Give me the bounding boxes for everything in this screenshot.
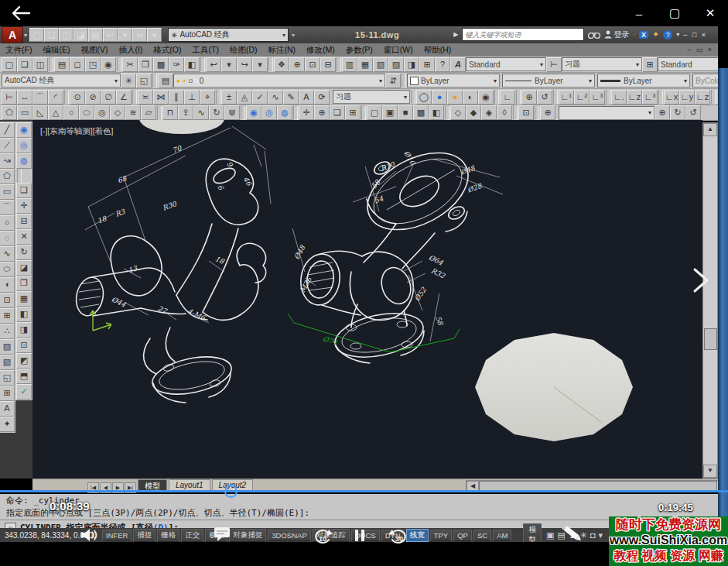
ucs-y-icon[interactable]: ∟y bbox=[679, 90, 695, 105]
help-caret-icon[interactable]: ▾ bbox=[676, 31, 679, 38]
wedge-icon[interactable]: ◺ bbox=[32, 105, 48, 120]
ellipse-arc-icon[interactable]: ◖ bbox=[0, 277, 15, 293]
shell-icon[interactable]: ⬒ bbox=[16, 369, 32, 384]
lock-icon[interactable]: ◘ bbox=[590, 530, 596, 540]
toggle-捕捉[interactable]: 捕捉 bbox=[133, 529, 156, 542]
polygon-icon[interactable]: ⬠ bbox=[0, 169, 15, 184]
ucs-view-icon[interactable]: ∟³ bbox=[590, 90, 605, 105]
dim-update-icon[interactable]: ⟳ bbox=[314, 90, 330, 105]
vertical-scroll-thumb[interactable] bbox=[704, 328, 717, 350]
workspaces-combo[interactable]: AutoCAD 经典 bbox=[2, 74, 121, 87]
menu-item-7[interactable]: 标注(N) bbox=[263, 45, 302, 56]
transmit-icon[interactable]: ◉ bbox=[101, 57, 116, 72]
toggle-infer[interactable]: INFER bbox=[102, 530, 132, 541]
revolve-icon[interactable]: ↻ bbox=[209, 105, 224, 120]
subtitle-bubble-icon[interactable] bbox=[214, 527, 231, 542]
loft-icon[interactable]: ⋓ bbox=[224, 105, 240, 120]
dim-text-edit-icon[interactable]: A bbox=[299, 90, 314, 105]
3darray-icon[interactable]: ⊞ bbox=[345, 105, 361, 120]
toggle-am[interactable]: AM bbox=[493, 530, 511, 541]
toggle-tpy[interactable]: TPY bbox=[430, 530, 452, 541]
redo-icon[interactable]: ↪ bbox=[132, 28, 147, 42]
properties-icon[interactable]: ▥ bbox=[342, 57, 357, 72]
linetype-combo[interactable]: ByLayer bbox=[502, 74, 595, 87]
plane-icon[interactable]: ▱ bbox=[141, 105, 156, 120]
layout-quickview-icon[interactable]: ▣ bbox=[546, 530, 554, 540]
menu-item-0[interactable]: 文件(F) bbox=[0, 45, 37, 56]
help-icon[interactable]: ? bbox=[663, 30, 672, 39]
color-combo[interactable]: ByLayer bbox=[407, 74, 500, 87]
zoom-previous-icon[interactable]: ⊟ bbox=[320, 57, 336, 72]
intersect-icon[interactable]: ◍ bbox=[277, 105, 292, 120]
layer-combo[interactable]: ● ☀ ◘ □ 0 bbox=[173, 74, 385, 87]
paste-icon[interactable]: ▩ bbox=[153, 57, 169, 72]
ucs-object-icon[interactable]: ∟² bbox=[574, 90, 590, 105]
close-button[interactable]: ✕ bbox=[692, 6, 728, 20]
3dmove-icon[interactable]: ✛ bbox=[299, 105, 314, 120]
workspace-save-icon[interactable]: ◱ bbox=[136, 74, 152, 88]
zoom-realtime-icon[interactable]: ⊕ bbox=[289, 57, 305, 72]
rotate-faces-icon[interactable]: ↻ bbox=[16, 245, 32, 260]
video-progress-bar[interactable] bbox=[0, 490, 728, 492]
redo-caret-icon[interactable]: ▾ bbox=[147, 28, 162, 42]
designcenter-icon[interactable]: ▦ bbox=[357, 57, 373, 72]
search-expand-icon[interactable]: ▶ bbox=[453, 31, 458, 38]
vs-edges-icon[interactable]: ◆ bbox=[466, 105, 481, 120]
help-icon[interactable]: ? bbox=[435, 57, 450, 72]
save-icon[interactable]: ◫ bbox=[59, 28, 73, 42]
redo-caret-icon[interactable]: ▾ bbox=[252, 57, 268, 72]
vs-hidden-icon[interactable]: ■ bbox=[398, 105, 413, 120]
maximize-button[interactable]: ▢ bbox=[657, 6, 692, 20]
undo-caret-icon[interactable]: ▾ bbox=[221, 57, 237, 72]
dim-linear-icon[interactable]: ⊢ bbox=[2, 90, 17, 105]
drawing-canvas[interactable]: [-][东南等轴测][着色] 706818R3R3069461813Ø44274… bbox=[32, 120, 702, 479]
vs-gray-icon[interactable]: ◈ bbox=[481, 105, 497, 120]
dim-continue-icon[interactable]: ∥ bbox=[169, 90, 184, 105]
mtext-icon[interactable]: A bbox=[0, 401, 15, 417]
dim-baseline-icon[interactable]: ⋈ bbox=[153, 90, 169, 105]
render-icon[interactable]: ● bbox=[432, 90, 447, 105]
named-views-icon[interactable]: ⊕ bbox=[540, 105, 555, 120]
3dalign-icon[interactable]: ❏ bbox=[330, 105, 345, 120]
new-icon[interactable]: ▢ bbox=[2, 57, 17, 72]
app-window-controls[interactable]: – □ × bbox=[683, 31, 707, 39]
layer-states-icon[interactable]: ⇵ bbox=[385, 74, 401, 88]
back-arrow-icon[interactable] bbox=[11, 4, 31, 22]
toggle-线宽[interactable]: 线宽 bbox=[406, 529, 429, 542]
dim-inspect-icon[interactable]: ✓ bbox=[252, 90, 268, 105]
exchange-icon[interactable]: X bbox=[639, 31, 648, 39]
dim-style-combo[interactable]: 习题 bbox=[562, 57, 642, 71]
sign-in-button[interactable]: 登录 bbox=[604, 29, 629, 40]
open-icon[interactable]: ❏ bbox=[17, 57, 32, 72]
dim-quick-icon[interactable]: ≍ bbox=[138, 90, 153, 105]
text-style-icon[interactable]: A bbox=[450, 57, 466, 72]
constrained-orbit-icon[interactable]: ⊕ bbox=[655, 105, 670, 120]
copy-icon[interactable]: ❐ bbox=[138, 57, 153, 72]
viewport-label[interactable]: [-][东南等轴测][着色] bbox=[40, 126, 114, 137]
circle-icon[interactable]: ○ bbox=[0, 215, 15, 231]
center-mark-icon[interactable]: ◬ bbox=[237, 90, 252, 105]
ucs-world-icon[interactable]: ⊕ bbox=[521, 90, 537, 105]
free-orbit-icon[interactable]: ↻ bbox=[670, 105, 685, 120]
preview-icon[interactable]: ◻ bbox=[70, 57, 85, 72]
markup-icon[interactable]: ◨ bbox=[404, 57, 419, 72]
menu-item-9[interactable]: 参数(P) bbox=[340, 45, 378, 56]
text-style-combo[interactable]: Standard bbox=[466, 57, 546, 71]
pyramid-icon[interactable]: ◇ bbox=[110, 105, 125, 120]
table-icon[interactable]: ⊞ bbox=[0, 386, 15, 401]
toggle-对象捕捉[interactable]: 对象捕捉 bbox=[229, 529, 266, 542]
vs-2dwireframe-icon[interactable]: ▢ bbox=[367, 105, 382, 120]
ucs-z-icon[interactable]: ∟z bbox=[695, 90, 710, 105]
dim-diameter-icon[interactable]: ∅ bbox=[101, 90, 116, 105]
save-icon[interactable]: ◫ bbox=[32, 57, 48, 72]
extrude-icon[interactable]: ⊓ bbox=[162, 105, 178, 120]
insert-block-icon[interactable]: ⊡ bbox=[0, 293, 15, 308]
rewind-10-icon[interactable]: 10 bbox=[313, 527, 333, 545]
toggle-栅格[interactable]: 栅格 bbox=[157, 529, 179, 542]
ucs-origin-icon[interactable]: ∟. bbox=[611, 90, 627, 105]
menu-item-2[interactable]: 视图(V) bbox=[75, 45, 113, 56]
table-style-icon[interactable]: ⊞ bbox=[642, 57, 658, 72]
dropdown-caret-icon[interactable]: · bbox=[633, 31, 635, 38]
workspace-extra-caret-icon[interactable]: ▾ bbox=[292, 32, 295, 39]
cone-icon[interactable]: △ bbox=[48, 105, 63, 120]
